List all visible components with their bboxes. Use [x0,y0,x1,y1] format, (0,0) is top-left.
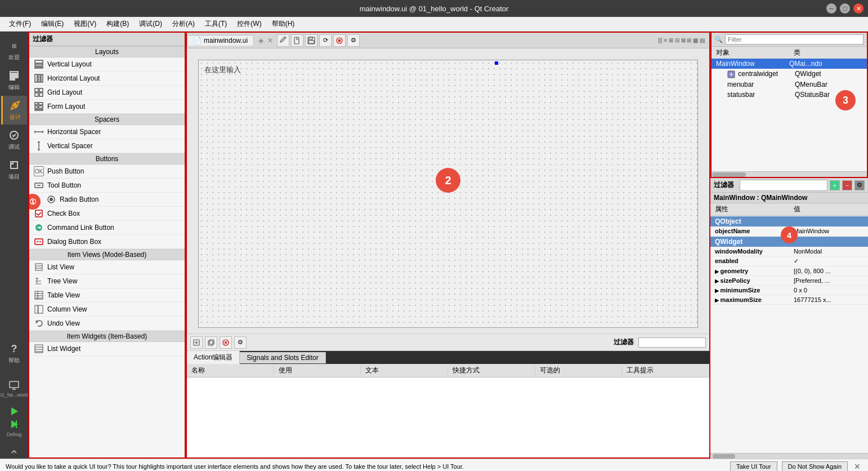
object-scrollbar-h[interactable] [712,171,867,177]
widget-tool-button[interactable]: Tool Button [29,179,185,193]
toolbar-save-icon [307,37,315,45]
object-type-centralwidget: QWidget [795,70,862,78]
prop-row-objectname[interactable]: objectName MainWindow 4 [710,226,868,236]
toolbar-new-btn[interactable] [291,34,303,47]
minimize-button[interactable]: ─ [826,3,836,14]
widget-horizontal-layout[interactable]: Horizontal Layout [29,72,185,86]
svg-marker-7 [11,407,18,415]
sidebar-item-help[interactable]: ? 帮助 [1,339,27,368]
sidebar-project-area[interactable]: 01_he...world [0,376,28,401]
menu-widget[interactable]: 控件(W) [232,18,266,30]
svg-rect-20 [39,103,43,105]
toolbar-edit-btn[interactable] [277,34,289,47]
props-scrollbar-h[interactable] [710,453,868,459]
prop-value-geometry: [(0, 0), 800 ... [789,268,868,274]
widget-check-box[interactable]: Check Box [29,207,185,221]
object-filter-input[interactable] [725,34,863,45]
prop-row-enabled[interactable]: enabled ✓ [710,256,868,266]
menu-tools[interactable]: 工具(T) [200,18,231,30]
widget-list-widget[interactable]: List Widget [29,342,185,356]
widget-grid-layout[interactable]: Grid Layout [29,86,185,100]
tab-signals-slots[interactable]: Signals and Slots Editor [240,352,325,363]
object-row-menubar[interactable]: menubar QMenuBar [712,79,867,90]
props-settings-btn[interactable]: ⚙ [854,180,865,190]
prop-name-enabled: enabled [710,257,789,265]
toolbar-save-btn[interactable] [305,34,317,47]
widget-vertical-layout[interactable]: Vertical Layout [29,57,185,72]
sidebar-label-welcome: 欢迎 [8,54,20,61]
widget-table-view[interactable]: Table View [29,288,185,303]
menu-help[interactable]: 帮助(H) [267,18,299,30]
action-settings2-btn[interactable]: ⚙ [234,336,247,349]
prop-name-minimumsize: minimumSize [710,287,789,294]
widget-horizontal-spacer[interactable]: Horizontal Spacer [29,125,185,139]
centralwidget-icon [727,70,735,78]
props-filter-bar: 过滤器 + − ⚙ [710,178,868,193]
menu-file[interactable]: 文件(F) [5,18,35,30]
menu-edit[interactable]: 编辑(E) [37,18,68,30]
tab-action-editor[interactable]: Action编辑器 [187,351,240,364]
widget-radio-button[interactable]: ① Radio Button [29,193,185,207]
object-row-mainwindow[interactable]: MainWindow QMai...ndo [712,59,867,69]
widget-column-view[interactable]: Column View [29,303,185,317]
prop-row-windowmodality[interactable]: windowModality NonModal [710,247,868,256]
sidebar-item-debug[interactable]: 调试 [1,126,27,154]
prop-row-sizepolicy[interactable]: sizePolicy [Preferred, ... [710,276,868,286]
action-add-btn[interactable] [190,336,203,349]
prop-name-sizepolicy: sizePolicy [710,277,789,284]
props-add-btn[interactable]: + [830,180,840,190]
props-filter-input[interactable] [740,180,827,191]
take-ui-tour-button[interactable]: Take UI Tour [730,461,777,471]
widget-list-view[interactable]: List View [29,260,185,274]
props-remove-btn[interactable]: − [842,180,852,190]
widget-list: Layouts Vertical Layout Horizontal Layou… [29,46,185,457]
sidebar-item-edit[interactable]: 编辑 [1,66,27,95]
object-type-menubar: QMenuBar [795,81,862,88]
close-button[interactable]: ✕ [853,3,863,14]
col-text: 文本 [361,366,448,375]
sidebar-item-design[interactable]: 设计 [1,96,27,125]
do-not-show-button-1[interactable]: Do Not Show Again [782,461,848,471]
menu-view[interactable]: 视图(V) [69,18,101,30]
menu-analyze[interactable]: 分析(A) [168,18,199,30]
action-add-icon [193,339,200,346]
menu-build[interactable]: 构建(B) [102,18,133,30]
widget-command-link[interactable]: Command Link Button [29,221,185,235]
action-copy-btn[interactable] [205,336,217,349]
file-tab[interactable]: 📄 mainwindow.ui [187,35,254,46]
sidebar-item-project[interactable]: 项目 [1,155,27,184]
widget-vertical-spacer[interactable]: Vertical Spacer [29,139,185,153]
maximize-button[interactable]: □ [840,3,850,14]
action-delete-btn[interactable] [220,336,232,349]
svg-rect-24 [39,109,43,110]
help-icon: ? [8,343,20,355]
prop-row-minimumsize[interactable]: minimumSize 0 x 0 [710,286,868,295]
sidebar-debug-area[interactable]: Debug [0,402,28,441]
widget-tree-view[interactable]: Tree View [29,274,185,288]
toolbar-settings-btn[interactable]: ⚙ [347,34,360,47]
object-row-centralwidget[interactable]: centralwidget QWidget [712,69,867,79]
svg-rect-21 [35,106,38,108]
prop-name-windowmodality: windowModality [710,248,789,255]
widget-form-layout[interactable]: Form Layout [29,100,185,114]
action-filter-input[interactable] [638,337,706,348]
form-layout-icon [34,101,44,112]
widget-undo-view[interactable]: Undo View [29,317,185,331]
prop-row-geometry[interactable]: geometry [(0, 0), 800 ... [710,266,868,276]
prop-row-maximumsize[interactable]: maximumSize 16777215 x... [710,295,868,305]
action-tabs: Action编辑器 Signals and Slots Editor [187,351,709,364]
notif-close-1[interactable]: ✕ [852,461,862,471]
list-widget-icon [34,344,44,354]
toolbar-undo-btn[interactable]: ⟳ [319,34,332,47]
sidebar-item-welcome[interactable]: ⊞ 欢迎 [1,36,27,65]
prop-value-minimumsize: 0 x 0 [789,287,868,294]
widget-push-button[interactable]: OK Push Button [29,165,185,179]
widget-dialog-button-box[interactable]: Dialog Button Box [29,235,185,249]
prop-name-geometry: geometry [710,268,789,274]
menu-debug[interactable]: 调试(D) [135,18,167,30]
list-view-icon [34,262,44,272]
sidebar-arrow-area[interactable] [0,445,28,459]
toolbar-close-icon[interactable]: ✕ [265,37,275,45]
tree-view-icon [34,276,44,286]
toolbar-redo-btn[interactable] [333,34,346,47]
